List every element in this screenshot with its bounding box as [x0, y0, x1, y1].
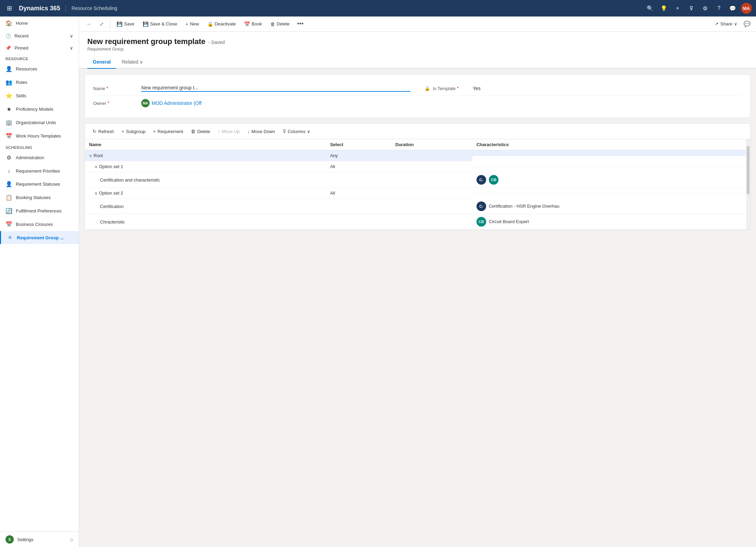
settings-circle-icon: S: [6, 535, 14, 544]
chevron-icon: ∨: [95, 164, 98, 169]
grid-delete-button[interactable]: 🗑 Delete: [187, 127, 214, 136]
move-down-icon: ↓: [247, 129, 250, 134]
fulfillment-icon: 🔄: [6, 208, 12, 214]
home-icon: 🏠: [6, 20, 12, 26]
form-tabs: General Related ∨: [79, 56, 756, 69]
table-header-row: Name Select Duration Characteristics: [85, 139, 750, 150]
save-button[interactable]: 💾 Save: [113, 19, 138, 29]
cell-duration: [391, 161, 472, 172]
is-template-value: Yes: [473, 86, 742, 91]
administration-icon: ⚙: [6, 154, 12, 161]
table-row[interactable]: ChracteristicCBCircuit Board Expert: [85, 214, 750, 230]
tab-related[interactable]: Related ∨: [116, 56, 149, 69]
sidebar-item-pinned[interactable]: 📌 Pinned ∨: [0, 42, 79, 54]
sidebar-item-work-hours-templates[interactable]: 📅 Work Hours Templates: [0, 129, 79, 143]
separator: [110, 20, 110, 28]
sidebar-item-home[interactable]: 🏠 Home: [0, 17, 79, 30]
sidebar-item-requirement-priorities[interactable]: ↓ Requirement Priorities: [0, 164, 79, 177]
columns-button[interactable]: ⊽ Columns ∨: [279, 127, 314, 136]
roles-icon: 👥: [6, 79, 12, 86]
scroll-track[interactable]: [746, 139, 750, 230]
settings-icon[interactable]: ⚙: [700, 3, 711, 14]
cell-select: [326, 172, 391, 188]
cell-name: ∨Root: [85, 150, 326, 161]
col-header-name: Name: [85, 139, 326, 150]
scroll-thumb[interactable]: [747, 146, 749, 194]
chevron-icon: ∨: [95, 191, 98, 196]
cell-characteristics: [472, 188, 750, 194]
org-units-icon: 🏢: [6, 119, 12, 126]
owner-avatar: MA: [141, 99, 150, 107]
cell-characteristics: C-CB: [472, 172, 750, 188]
resource-section-label: Resource: [0, 54, 79, 62]
refresh-button[interactable]: ↻ Refresh: [89, 127, 118, 136]
sidebar-item-booking-statuses[interactable]: 📋 Booking Statuses: [0, 191, 79, 204]
back-button[interactable]: ←: [83, 19, 95, 29]
scheduling-section-label: Scheduling: [0, 143, 79, 151]
move-up-button[interactable]: ↑ Move Up: [214, 127, 243, 136]
subgroup-button[interactable]: + Subgroup: [118, 127, 149, 136]
chat-icon[interactable]: 💬: [727, 3, 738, 14]
delete-button[interactable]: 🗑 Delete: [267, 19, 293, 29]
cell-characteristics: [472, 150, 750, 156]
table-row[interactable]: ∨RootAny: [85, 150, 750, 161]
sidebar-item-settings[interactable]: S Settings ◇: [0, 532, 79, 547]
sidebar-item-requirement-group[interactable]: ≡ Requirement Group ...: [0, 231, 79, 244]
owner-value: MA MOD Administrator (Off: [141, 99, 742, 107]
chat-button[interactable]: 💬: [742, 19, 752, 29]
sidebar-item-business-closures[interactable]: 📅 Business Closures: [0, 218, 79, 231]
columns-filter-icon: ⊽: [283, 129, 286, 134]
share-button[interactable]: ↗ Share ∨: [711, 19, 741, 29]
sidebar-item-requirement-statuses[interactable]: 👤 Requirement Statuses: [0, 177, 79, 191]
save-close-button[interactable]: 💾 Save & Close: [139, 19, 181, 29]
name-value[interactable]: New requirement group t...: [141, 85, 410, 92]
sidebar-item-roles[interactable]: 👥 Roles: [0, 76, 79, 89]
more-options-button[interactable]: •••: [294, 19, 306, 29]
form-row-owner: Owner * MA MOD Administrator (Off: [93, 96, 742, 111]
add-icon[interactable]: +: [672, 3, 683, 14]
deactivate-button[interactable]: 🔒 Deactivate: [204, 19, 239, 29]
table-row[interactable]: ∨Option set 2All: [85, 188, 750, 199]
user-avatar[interactable]: MA: [741, 3, 752, 14]
characteristic-text: Certification - HSR Engine Overhau: [489, 204, 559, 209]
form-subtitle: Requirement Group: [87, 47, 748, 52]
sidebar-item-administration[interactable]: ⚙ Administration: [0, 151, 79, 164]
search-icon[interactable]: 🔍: [645, 3, 656, 14]
lightbulb-icon[interactable]: 💡: [658, 3, 669, 14]
table-row[interactable]: Certification and characteristicC-CB: [85, 172, 750, 188]
form-area: New requirement group template - Saved R…: [79, 32, 756, 547]
requirement-button[interactable]: + Requirement: [150, 127, 187, 136]
tab-general[interactable]: General: [87, 56, 116, 69]
cell-duration: [391, 150, 472, 161]
chevron-down-icon: ∨: [70, 33, 73, 39]
popout-icon: ⤢: [100, 21, 104, 27]
sidebar-item-proficiency-models[interactable]: ★ Proficiency Models: [0, 102, 79, 116]
book-button[interactable]: 📅 Book: [241, 19, 265, 29]
characteristic-badge: CB: [476, 217, 486, 227]
sidebar-item-organizational-units[interactable]: 🏢 Organizational Units: [0, 116, 79, 129]
main-layout: 🏠 Home 🕐 Recent ∨ 📌 Pinned ∨ Resource 👤 …: [0, 17, 756, 547]
sidebar-item-skills[interactable]: ⭐ Skills: [0, 89, 79, 102]
popout-button[interactable]: ⤢: [96, 19, 107, 29]
deactivate-icon: 🔒: [207, 21, 213, 27]
add-requirement-icon: +: [153, 129, 156, 134]
requirement-group-icon: ≡: [7, 234, 13, 241]
sidebar-item-fulfillment-preferences[interactable]: 🔄 Fulfillment Preferences: [0, 204, 79, 218]
sidebar-item-resources[interactable]: 👤 Resources: [0, 62, 79, 76]
cell-select: [326, 199, 391, 214]
grid-delete-icon: 🗑: [191, 129, 196, 134]
help-icon[interactable]: ?: [713, 3, 724, 14]
move-down-button[interactable]: ↓ Move Down: [244, 127, 278, 136]
table-row[interactable]: ∨Option set 1All: [85, 161, 750, 172]
table-row[interactable]: CertificationC-Certification - HSR Engin…: [85, 199, 750, 214]
owner-label: Owner *: [93, 101, 141, 106]
business-closures-icon: 📅: [6, 221, 12, 228]
sidebar-item-recent[interactable]: 🕐 Recent ∨: [0, 30, 79, 42]
filter-icon[interactable]: ⊽: [686, 3, 697, 14]
cell-name: Chracteristic: [85, 214, 326, 230]
new-button[interactable]: + New: [182, 19, 202, 29]
waffle-menu-icon[interactable]: ⊞: [4, 3, 15, 13]
owner-link[interactable]: MA MOD Administrator (Off: [141, 99, 742, 107]
related-dropdown-icon: ∨: [140, 59, 143, 65]
chevron-icon: ∨: [89, 153, 92, 158]
